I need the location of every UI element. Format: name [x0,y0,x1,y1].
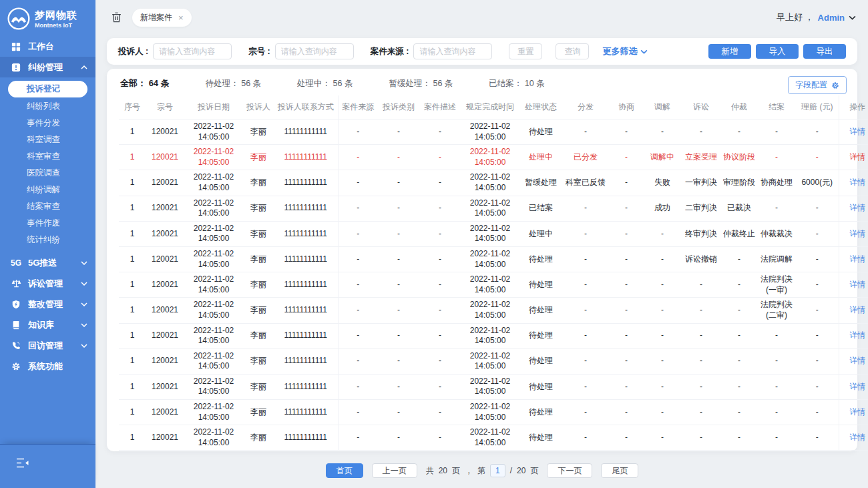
cell-arbitration: - [721,298,757,323]
cell-phone: 11111111111 [274,272,338,298]
detail-link[interactable]: 详情 [849,407,865,417]
detail-link[interactable]: 详情 [849,280,865,289]
cell-source: - [338,323,378,348]
sidebar-item-label: 知识库 [28,319,54,331]
cell-arbitration: - [721,425,757,451]
sidebar-item-label: 诉讼管理 [28,278,63,290]
cell-close: - [757,145,796,170]
prev-page-button[interactable]: 上一页 [372,463,417,478]
pg-comma: ， [465,465,473,477]
detail-link[interactable]: 详情 [849,229,865,238]
sidebar-subitem-7[interactable]: 结案审查 [0,198,95,215]
col-header-seq: 序号 [119,95,146,119]
tab-new-case[interactable]: 新增案件 × [132,9,192,27]
sidebar-item-knowledge[interactable]: 知识库 [0,314,95,335]
cell-action: 详情 [839,272,868,298]
trash-icon[interactable] [112,12,122,23]
import-button[interactable]: 导入 [756,44,799,59]
detail-link[interactable]: 详情 [849,203,865,212]
cell-complainant: 李丽 [243,374,274,399]
cell-status: 处理中 [519,145,562,170]
collapse-sidebar-icon[interactable] [16,458,29,468]
cell-deadline: 2022-11-02 14:05:00 [461,323,519,348]
cell-source: - [338,425,378,451]
cell-action: 详情 [839,170,868,196]
sidebar-subitem-0[interactable]: 投诉登记 [8,81,87,97]
cell-phone: 11111111111 [274,348,338,374]
sidebar-subitem-5[interactable]: 医院调查 [0,165,95,182]
close-icon[interactable]: × [178,13,184,22]
cell-status: 待处理 [519,272,562,298]
stat-item-0: 全部： 64 条 [120,77,170,89]
cell-complainant: 李丽 [243,425,274,451]
cell-mediate: - [644,323,681,348]
cell-status: 暂缓处理 [519,170,562,196]
cell-mediate: - [644,221,681,246]
pg-current-prefix: 第 [477,465,485,477]
cell-seq: 1 [119,272,146,298]
cell-mediate: 调解中 [644,145,681,170]
sidebar-item-label: 工作台 [28,41,54,53]
sidebar-subitem-3[interactable]: 科室调查 [0,132,95,148]
sidebar-item-5g-push[interactable]: 5G 5G推送 [0,252,95,273]
detail-link[interactable]: 详情 [849,178,865,187]
detail-link[interactable]: 详情 [849,127,865,136]
table-row-6: 11200212022-11-02 14:05:00李丽11111111111-… [119,272,868,298]
sidebar-item-revisit[interactable]: 回访管理 [0,335,95,356]
export-button[interactable]: 导出 [803,44,846,59]
cell-close: - [757,374,796,399]
sidebar-item-system[interactable]: 系统功能 [0,356,95,377]
detail-link[interactable]: 详情 [849,382,865,391]
sidebar-subitem-4[interactable]: 科室审查 [0,148,95,165]
cell-dispatch: - [562,400,609,425]
field-config-button[interactable]: 字段配置 [788,76,847,94]
more-filters-toggle[interactable]: 更多筛选 [602,45,648,57]
sidebar-item-rectify[interactable]: 整改管理 [0,294,95,314]
sidebar-item-dispute[interactable]: 纠纷管理 [0,57,95,77]
detail-link[interactable]: 详情 [849,254,865,264]
case-source-input[interactable] [413,43,492,59]
detail-link[interactable]: 详情 [849,152,865,162]
sidebar-subitem-6[interactable]: 纠纷调解 [0,182,95,198]
first-page-button[interactable]: 首页 [326,463,363,478]
cell-compensation: - [796,221,839,246]
cell-phone: 11111111111 [274,119,338,145]
cell-description: - [419,348,461,374]
dispute-submenu: 投诉登记纠纷列表事件分发科室调查科室审查医院调查纠纷调解结案审查事件作废统计纠纷 [0,77,95,252]
complainant-input[interactable] [153,43,232,59]
sidebar-item-litigation[interactable]: 诉讼管理 [0,273,95,294]
cell-date: 2022-11-02 14:05:00 [184,400,243,425]
cell-seq: 1 [119,323,146,348]
user-menu[interactable]: Admin [818,13,845,23]
sidebar-item-workbench[interactable]: 工作台 [0,36,95,57]
chevron-down-icon[interactable] [849,15,856,20]
cell-arbitration: - [721,374,757,399]
cell-action: 详情 [839,374,868,399]
cell-lawsuit: - [681,298,721,323]
table-header-row: 序号宗号投诉日期投诉人投诉人联系方式案件来源投诉类别案件描述规定完成时间处理状态… [119,95,868,119]
dispute-icon [11,62,21,73]
cell-arbitration: - [721,348,757,374]
pg-total-prefix: 共 [426,465,434,477]
case-no-input[interactable] [275,43,354,59]
cell-compensation: - [796,196,839,221]
detail-link[interactable]: 详情 [849,330,865,340]
sidebar-subitem-9[interactable]: 统计纠纷 [0,232,95,248]
sidebar-subitem-8[interactable]: 事件作废 [0,215,95,232]
detail-link[interactable]: 详情 [849,305,865,314]
cell-compensation: - [796,145,839,170]
detail-link[interactable]: 详情 [849,433,865,442]
detail-link[interactable]: 详情 [849,356,865,365]
cell-caseNo: 120021 [146,374,184,399]
cell-date: 2022-11-02 14:05:00 [184,425,243,451]
sidebar-subitem-1[interactable]: 纠纷列表 [0,98,95,115]
cell-date: 2022-11-02 14:05:00 [184,298,243,323]
next-page-button[interactable]: 下一页 [547,463,592,478]
reset-button[interactable]: 重置 [509,43,542,59]
add-button[interactable]: 新增 [708,44,751,59]
search-button[interactable]: 查询 [556,43,589,59]
cell-action: 详情 [839,221,868,246]
last-page-button[interactable]: 尾页 [601,463,638,478]
sidebar-subitem-2[interactable]: 事件分发 [0,115,95,132]
cell-caseNo: 120021 [146,119,184,145]
